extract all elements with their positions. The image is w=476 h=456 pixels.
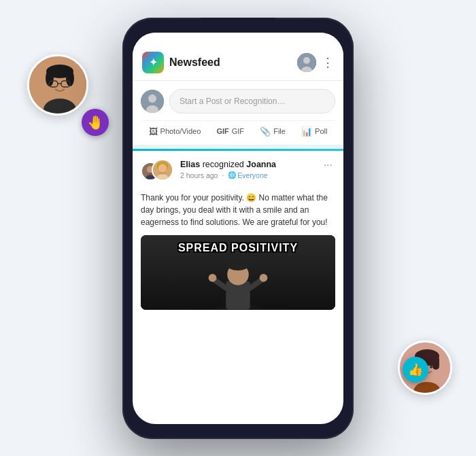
thumbs-icon: 👍 [408, 362, 423, 377]
svg-point-20 [158, 164, 167, 172]
post-input[interactable]: Start a Post or Recognition… [169, 89, 335, 113]
card-meta: 2 hours ago • 🌐 Everyone [180, 171, 321, 179]
card-info: Elias recognized Joanna 2 hours ago • 🌐 … [180, 159, 321, 179]
svg-rect-24 [226, 281, 250, 309]
gif-button[interactable]: GIF GIF [216, 126, 244, 137]
svg-point-13 [148, 94, 156, 103]
floating-avatar-left [27, 54, 88, 116]
svg-point-26 [227, 260, 249, 270]
recognition-card: Elias recognized Joanna 2 hours ago • 🌐 … [133, 151, 343, 318]
globe-icon: 🌐 [228, 171, 236, 179]
meme-background: SPREAD POSITIVITY [141, 235, 335, 310]
photo-video-button[interactable]: 🖼 Photo/Video [149, 126, 201, 137]
time-ago: 2 hours ago [180, 171, 218, 179]
header-user-avatar[interactable] [297, 53, 316, 72]
post-action-bar: 🖼 Photo/Video GIF GIF 📎 File 📊 Poll [141, 120, 335, 137]
audience-label: 🌐 Everyone [228, 171, 267, 179]
composer-user-avatar [141, 90, 164, 113]
app-header: ✦ Newsfeed ⋮ [133, 33, 343, 81]
svg-point-29 [209, 273, 217, 281]
svg-point-30 [260, 273, 268, 281]
phone-notch [201, 18, 275, 33]
wave-icon: 🤚 [87, 114, 104, 130]
poll-button[interactable]: 📊 Poll [301, 126, 327, 137]
meme-image: SPREAD POSITIVITY [141, 235, 335, 310]
phone-screen: ✦ Newsfeed ⋮ [133, 33, 343, 424]
feed: Elias recognized Joanna 2 hours ago • 🌐 … [133, 151, 343, 413]
phone-shell: ✦ Newsfeed ⋮ [122, 18, 354, 439]
poll-icon: 📊 [301, 126, 312, 137]
meme-text: SPREAD POSITIVITY [141, 242, 335, 254]
svg-point-10 [303, 57, 310, 64]
file-button[interactable]: 📎 File [260, 126, 286, 137]
card-body: Thank you for your positivity. 😄 No matt… [141, 192, 335, 228]
svg-point-39 [430, 366, 432, 368]
header-more-button[interactable]: ⋮ [322, 55, 334, 70]
wave-badge: 🤚 [82, 109, 109, 136]
recognition-avatars [141, 159, 175, 185]
file-icon: 📎 [260, 126, 271, 137]
thumbs-badge: 👍 [403, 357, 428, 383]
app-logo: ✦ [142, 52, 164, 73]
photo-icon: 🖼 [149, 126, 158, 137]
card-title: Elias recognized Joanna [180, 159, 321, 170]
card-more-button[interactable]: ··· [321, 159, 335, 171]
gif-icon: GIF [216, 127, 228, 135]
svg-point-4 [46, 70, 54, 86]
post-composer: Start a Post or Recognition… 🖼 Photo/Vid… [133, 81, 343, 149]
app-title: Newsfeed [169, 56, 297, 69]
logo-icon: ✦ [149, 56, 158, 69]
joanna-avatar [152, 159, 173, 181]
